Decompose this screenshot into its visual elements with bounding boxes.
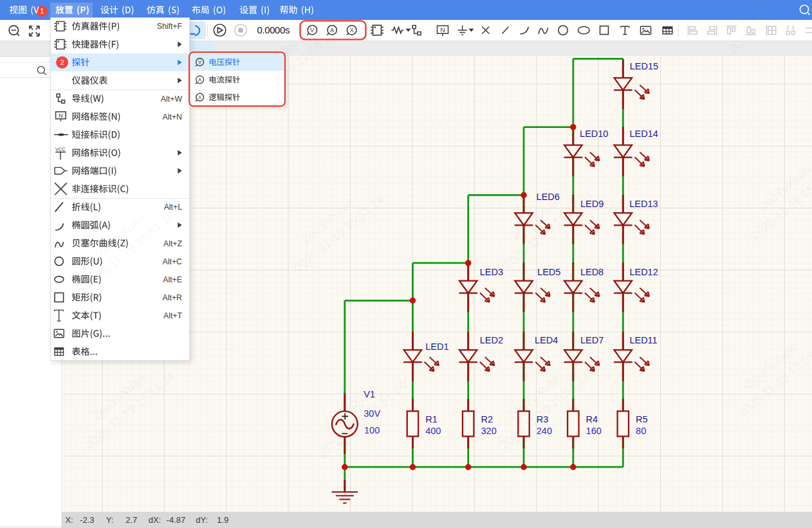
svg-text:LED5: LED5 bbox=[537, 267, 560, 277]
svg-text:30V: 30V bbox=[364, 408, 380, 419]
svg-text:Y:: Y: bbox=[106, 515, 114, 525]
svg-text:R1: R1 bbox=[425, 414, 438, 424]
svg-text:LED3: LED3 bbox=[480, 267, 503, 277]
svg-text:R2: R2 bbox=[481, 414, 494, 424]
svg-text:LED4: LED4 bbox=[535, 335, 558, 345]
svg-text:LED12: LED12 bbox=[629, 267, 658, 277]
svg-text:dX:: dX: bbox=[149, 515, 161, 525]
svg-text:100: 100 bbox=[364, 425, 380, 435]
svg-text:0.0000s: 0.0000s bbox=[257, 25, 290, 35]
svg-text:dY:: dY: bbox=[196, 515, 208, 525]
svg-text:LED13: LED13 bbox=[629, 199, 658, 209]
svg-text:2.7: 2.7 bbox=[125, 515, 137, 525]
svg-text:R5: R5 bbox=[636, 414, 648, 424]
svg-text:400: 400 bbox=[425, 426, 441, 436]
svg-text:LED8: LED8 bbox=[580, 267, 604, 277]
svg-text:160: 160 bbox=[586, 426, 602, 436]
svg-text:V1: V1 bbox=[364, 389, 375, 399]
svg-text:LED15: LED15 bbox=[630, 61, 658, 71]
svg-text:LED10: LED10 bbox=[580, 129, 608, 139]
svg-text:1.9: 1.9 bbox=[217, 515, 228, 525]
svg-text:LED2: LED2 bbox=[480, 335, 503, 345]
svg-text:R3: R3 bbox=[537, 414, 549, 424]
svg-text:-4.87: -4.87 bbox=[167, 515, 186, 525]
svg-text:LED7: LED7 bbox=[580, 335, 604, 345]
svg-text:LED1: LED1 bbox=[425, 341, 448, 352]
svg-text:R4: R4 bbox=[586, 414, 598, 424]
svg-text:LED14: LED14 bbox=[630, 129, 658, 139]
svg-text:LED9: LED9 bbox=[580, 199, 604, 209]
svg-text:80: 80 bbox=[636, 426, 646, 436]
svg-text:320: 320 bbox=[481, 426, 497, 436]
svg-text:240: 240 bbox=[537, 426, 552, 436]
svg-text:LED6: LED6 bbox=[537, 192, 560, 202]
svg-text:LED11: LED11 bbox=[629, 335, 657, 345]
svg-text:-2.3: -2.3 bbox=[80, 515, 94, 525]
svg-text:X:: X: bbox=[65, 515, 73, 525]
